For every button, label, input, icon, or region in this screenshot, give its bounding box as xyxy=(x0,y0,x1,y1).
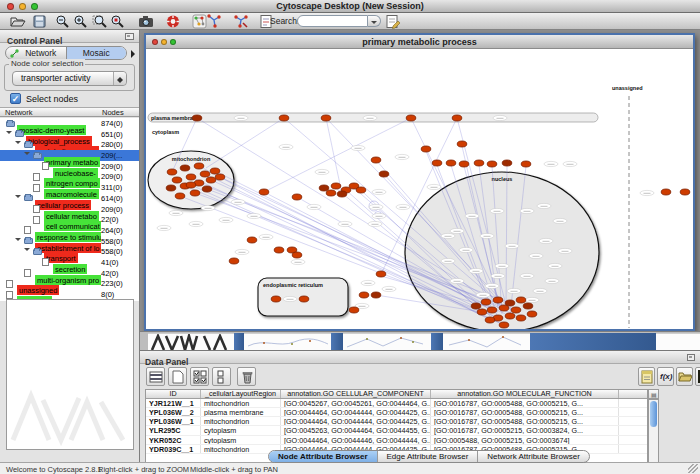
network-canvas[interactable]: plasma membrane cytoplasm mitochondrion … xyxy=(146,50,693,329)
table-column-header[interactable]: _cellularLayoutRegion xyxy=(201,390,281,398)
tree-row-0[interactable]: mosaic-demo-yeast874(0) xyxy=(0,118,139,129)
background-network-thumbnail[interactable] xyxy=(443,333,530,350)
network-node[interactable] xyxy=(356,187,366,193)
network-node[interactable] xyxy=(349,307,359,313)
network-node[interactable] xyxy=(321,115,331,121)
network-node[interactable] xyxy=(215,174,225,180)
network-node[interactable] xyxy=(487,161,497,167)
expander-icon[interactable] xyxy=(6,131,12,137)
network-node[interactable] xyxy=(680,189,690,195)
network-node[interactable] xyxy=(247,237,257,243)
tree-row-2[interactable]: metabolic process280(0) xyxy=(0,139,139,150)
create-view-icon[interactable] xyxy=(207,14,223,29)
tree-row-7[interactable]: cellular process614(0) xyxy=(0,193,139,204)
formula-button[interactable]: f(x) xyxy=(657,367,674,386)
network-node[interactable] xyxy=(206,177,216,183)
help-lifering-icon[interactable] xyxy=(165,14,181,29)
network-node[interactable] xyxy=(376,271,386,277)
network-node[interactable] xyxy=(452,115,462,121)
network-node[interactable] xyxy=(481,299,491,305)
network-node[interactable] xyxy=(471,303,481,309)
import-attributes-button[interactable] xyxy=(676,367,693,386)
network-node[interactable] xyxy=(516,297,526,303)
table-column-header[interactable]: annotation.GO MOLECULAR_FUNCTION xyxy=(431,390,619,398)
select-nodes-checkbox[interactable] xyxy=(10,93,21,104)
network-view-window[interactable]: primary metabolic process plasma membran… xyxy=(144,33,695,331)
minimize-window-icon[interactable] xyxy=(19,3,26,10)
network-node[interactable] xyxy=(421,146,431,152)
network-node[interactable] xyxy=(202,186,212,192)
network-node[interactable] xyxy=(446,160,456,166)
tree-row-14[interactable]: multi-organism pro42(0) xyxy=(0,268,139,279)
network-node[interactable] xyxy=(527,311,537,317)
zoom-fit-icon[interactable] xyxy=(92,14,108,29)
tree-row-3[interactable]: primary metabo209(... xyxy=(0,150,139,161)
network-node[interactable] xyxy=(210,168,220,174)
zoom-selected-icon[interactable] xyxy=(110,14,126,29)
network-node[interactable] xyxy=(292,194,302,200)
network-node[interactable] xyxy=(511,307,521,313)
tree-row-1[interactable]: biological_process651(0) xyxy=(0,129,139,140)
zoom-window-icon[interactable] xyxy=(31,3,38,10)
network-node[interactable] xyxy=(167,169,177,175)
expander-icon[interactable] xyxy=(24,248,30,254)
birds-eye-view[interactable] xyxy=(6,299,134,450)
minimize-view-icon[interactable] xyxy=(161,39,167,45)
network-node[interactable] xyxy=(523,303,533,309)
window-resize-grip[interactable] xyxy=(688,464,698,473)
node-color-dropdown[interactable]: transporter activity xyxy=(12,71,127,86)
tab-edge-attribute-browser[interactable]: Edge Attribute Browser xyxy=(378,451,479,462)
tree-row-13[interactable]: secretion41(0) xyxy=(0,257,139,268)
network-node[interactable] xyxy=(319,185,329,191)
background-window-frame[interactable] xyxy=(530,333,656,350)
unselect-attributes-button[interactable] xyxy=(212,367,231,386)
layout-network-icon[interactable] xyxy=(192,14,208,29)
zoom-in-icon[interactable] xyxy=(73,14,89,29)
background-window-zoomed-label[interactable] xyxy=(148,333,234,350)
network-node[interactable] xyxy=(166,185,176,191)
tree-row-6[interactable]: macromolecule311(0) xyxy=(0,182,139,193)
tree-row-12[interactable]: transport558(0) xyxy=(0,246,139,257)
background-network-thumbnail[interactable] xyxy=(343,333,431,350)
network-node[interactable] xyxy=(331,183,341,189)
network-node[interactable] xyxy=(172,177,182,183)
background-window-frame[interactable] xyxy=(234,333,244,350)
tree-row-8[interactable]: cellular metabo209(0) xyxy=(0,204,139,215)
delete-attribute-button[interactable] xyxy=(237,367,256,386)
network-node[interactable] xyxy=(474,160,484,166)
tree-row-5[interactable]: nitrogen compo209(0) xyxy=(0,171,139,182)
background-window-edge[interactable] xyxy=(656,333,700,350)
table-row[interactable]: YLR295Ccytoplasm[GO:0045263, GO:0044464,… xyxy=(146,426,647,435)
network-node[interactable] xyxy=(274,247,284,253)
attribute-table-header[interactable]: ID_cellularLayoutRegionannotation.GO CEL… xyxy=(146,390,647,399)
float-panel-icon[interactable] xyxy=(125,33,134,40)
network-node[interactable] xyxy=(180,165,190,171)
tree-row-4[interactable]: nucleobase-209(0) xyxy=(0,161,139,172)
network-node[interactable] xyxy=(326,190,336,196)
attribute-select-button[interactable] xyxy=(146,367,165,386)
network-node[interactable] xyxy=(271,296,281,302)
network-node[interactable] xyxy=(459,161,469,167)
search-input[interactable] xyxy=(297,15,368,27)
network-node[interactable] xyxy=(359,292,369,298)
table-row[interactable]: YJR121W__1mitochondrion[GO:0045267, GO:0… xyxy=(146,399,647,408)
network-node[interactable] xyxy=(379,171,389,177)
network-node[interactable] xyxy=(186,182,196,188)
network-node[interactable] xyxy=(259,189,269,195)
network-node[interactable] xyxy=(499,305,509,311)
network-node[interactable] xyxy=(190,190,200,196)
table-column-header[interactable] xyxy=(619,390,647,398)
network-node[interactable] xyxy=(477,309,487,315)
network-node[interactable] xyxy=(186,174,196,180)
scrollbar-thumb[interactable] xyxy=(650,401,657,427)
network-node[interactable] xyxy=(192,115,202,121)
network-node[interactable] xyxy=(457,141,467,147)
background-window-frame[interactable] xyxy=(331,333,343,350)
network-node[interactable] xyxy=(194,163,204,169)
close-window-icon[interactable] xyxy=(7,3,14,10)
network-node[interactable] xyxy=(493,297,503,303)
column-options-icon[interactable] xyxy=(648,389,659,399)
network-node[interactable] xyxy=(229,258,239,264)
table-column-header[interactable]: ID xyxy=(146,390,201,398)
tree-row-11[interactable]: establishment of lo558(0) xyxy=(0,236,139,247)
